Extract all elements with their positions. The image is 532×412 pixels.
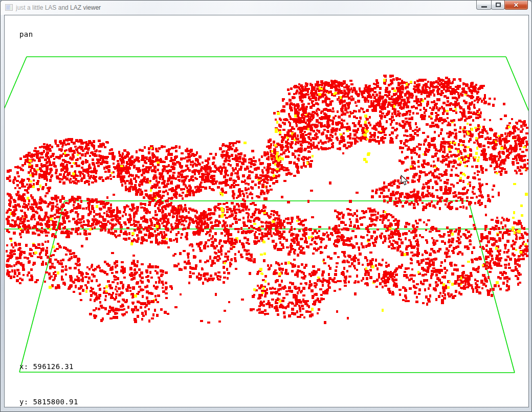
maximize-button[interactable] <box>491 1 505 10</box>
close-icon <box>514 2 519 8</box>
app-window: just a little LAS and LAZ viewer pan x: … <box>0 0 532 412</box>
app-icon-chip <box>10 7 11 9</box>
close-button[interactable] <box>504 1 528 10</box>
viewport[interactable]: pan x: 596126.31 y: 5815800.91 z: 172.43… <box>4 15 529 407</box>
minimize-icon <box>481 6 487 8</box>
mode-label: pan <box>19 29 33 40</box>
status-y: y: 5815800.91 <box>19 396 263 408</box>
maximize-icon <box>496 3 501 7</box>
status-x: x: 596126.31 <box>19 361 263 373</box>
window-controls <box>477 1 528 10</box>
status-readout: x: 596126.31 y: 5815800.91 z: 172.43 int… <box>19 337 263 412</box>
app-icon <box>5 4 13 11</box>
title-bar[interactable]: just a little LAS and LAZ viewer <box>1 1 531 15</box>
window-title: just a little LAS and LAZ viewer <box>16 4 101 11</box>
minimize-button[interactable] <box>476 1 492 10</box>
